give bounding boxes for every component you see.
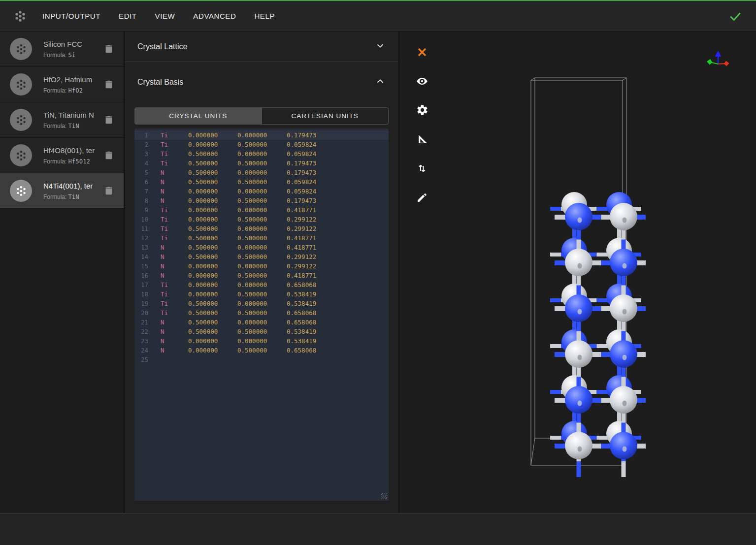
basis-row-empty[interactable]: 25 (134, 355, 389, 364)
visibility-eye-icon[interactable] (407, 66, 437, 96)
edit-pencil-icon[interactable] (407, 183, 437, 212)
line-number: 13 (134, 243, 148, 252)
basis-row[interactable]: 15 N 0.000000 0.000000 0.299122 (134, 261, 389, 271)
menu-item-edit[interactable]: EDIT (119, 12, 137, 20)
basis-row[interactable]: 6 N 0.500000 0.500000 0.059824 (134, 177, 389, 187)
coord-z: 0.538419 (287, 336, 336, 346)
basis-row[interactable]: 24 N 0.000000 0.500000 0.658068 (134, 346, 389, 355)
coord-y: 0.000000 (237, 149, 287, 159)
basis-row[interactable]: 8 N 0.000000 0.500000 0.179473 (134, 196, 389, 205)
basis-row[interactable]: 21 N 0.500000 0.000000 0.658068 (134, 318, 389, 327)
coord-z: 0.418771 (287, 271, 336, 280)
line-number: 24 (134, 346, 148, 355)
line-number: 22 (134, 327, 148, 336)
coord-x: 0.500000 (188, 318, 237, 327)
delete-material-button[interactable] (102, 77, 115, 92)
line-number: 7 (134, 187, 148, 196)
element-symbol: Ti (161, 159, 188, 168)
basis-coordinates-editor[interactable]: 1 Ti 0.000000 0.000000 0.1794732 Ti 0.00… (134, 128, 389, 501)
coord-x: 0.000000 (188, 280, 237, 289)
basis-row[interactable]: 22 N 0.500000 0.500000 0.538419 (134, 327, 389, 336)
element-symbol: Ti (161, 130, 188, 140)
basis-row[interactable]: 19 Ti 0.500000 0.000000 0.538419 (134, 299, 389, 308)
coord-x: 0.000000 (188, 336, 237, 346)
coord-z: 0.059824 (287, 149, 336, 159)
basis-row[interactable]: 3 Ti 0.500000 0.000000 0.059824 (134, 149, 389, 159)
line-number: 4 (134, 159, 148, 168)
close-icon[interactable] (407, 37, 437, 66)
element-symbol: N (161, 336, 188, 346)
material-item[interactable]: HfO2, Hafnium Formula: HfO2 (0, 67, 124, 102)
line-number: 20 (134, 308, 148, 318)
line-number: 23 (134, 336, 148, 346)
basis-row[interactable]: 9 Ti 0.000000 0.000000 0.418771 (134, 205, 389, 215)
element-symbol: Ti (161, 205, 188, 215)
line-number: 25 (134, 355, 148, 364)
delete-material-button[interactable] (102, 42, 115, 57)
material-formula: Formula: TiN (43, 193, 93, 200)
basis-row[interactable]: 10 Ti 0.000000 0.500000 0.299122 (134, 215, 389, 224)
material-item[interactable]: Silicon FCC Formula: Si (0, 32, 124, 67)
formula-value: Si (68, 52, 76, 59)
material-item[interactable]: TiN, Titanium N Formula: TiN (0, 102, 124, 138)
material-item[interactable]: Hf4O8(001), ter Formula: Hf5O12 (0, 138, 124, 173)
editor-resize-handle[interactable] (381, 493, 387, 499)
basis-row[interactable]: 13 N 0.500000 0.000000 0.418771 (134, 243, 389, 252)
measure-ruler-icon[interactable] (407, 125, 437, 154)
line-number: 1 (134, 130, 148, 140)
coord-x: 0.500000 (188, 224, 237, 233)
coord-z: 0.299122 (287, 261, 336, 271)
coord-y: 0.000000 (237, 299, 287, 308)
coord-y: 0.500000 (237, 346, 287, 355)
element-symbol: Ti (161, 140, 188, 149)
formula-value: TiN (68, 193, 79, 200)
coord-x: 0.500000 (188, 159, 237, 168)
structure-3d-viewer[interactable] (399, 32, 756, 513)
element-symbol: N (161, 346, 188, 355)
basis-row[interactable]: 5 N 0.500000 0.000000 0.179473 (134, 168, 389, 177)
menu-item-input-output[interactable]: INPUT/OUTPUT (42, 12, 100, 20)
top-menubar: INPUT/OUTPUTEDITVIEWADVANCEDHELP (0, 0, 756, 32)
basis-row[interactable]: 2 Ti 0.000000 0.500000 0.059824 (134, 140, 389, 149)
material-item[interactable]: N4Ti4(001), ter Formula: TiN (0, 173, 124, 209)
line-number: 11 (134, 224, 148, 233)
coord-y: 0.000000 (237, 205, 287, 215)
basis-row[interactable]: 23 N 0.000000 0.000000 0.538419 (134, 336, 389, 346)
element-symbol: Ti (161, 289, 188, 299)
crystal-basis-section-header[interactable]: Crystal Basis (125, 62, 398, 102)
basis-row[interactable]: 12 Ti 0.500000 0.500000 0.418771 (134, 233, 389, 243)
app-logo-icon[interactable] (10, 6, 31, 27)
basis-row[interactable]: 16 N 0.000000 0.500000 0.418771 (134, 271, 389, 280)
basis-row[interactable]: 20 Ti 0.500000 0.500000 0.658068 (134, 308, 389, 318)
line-number: 8 (134, 196, 148, 205)
crystal-lattice-section-header[interactable]: Crystal Lattice (125, 32, 398, 62)
menu-item-help[interactable]: HELP (254, 12, 275, 20)
basis-row[interactable]: 14 N 0.500000 0.500000 0.299122 (134, 252, 389, 261)
settings-gear-icon[interactable] (407, 96, 437, 125)
delete-material-button[interactable] (102, 184, 115, 198)
swap-vert-icon[interactable] (407, 154, 437, 183)
coord-y: 0.500000 (237, 252, 287, 261)
delete-material-button[interactable] (102, 148, 115, 163)
axes-gizmo[interactable] (705, 49, 731, 80)
basis-row[interactable]: 11 Ti 0.500000 0.000000 0.299122 (134, 224, 389, 233)
delete-material-button[interactable] (102, 113, 115, 128)
element-symbol: N (161, 327, 188, 336)
submit-check-button[interactable] (728, 10, 742, 24)
coord-y: 0.000000 (237, 336, 287, 346)
element-symbol: Ti (161, 280, 188, 289)
basis-row[interactable]: 7 N 0.000000 0.000000 0.059824 (134, 187, 389, 196)
menu-item-advanced[interactable]: ADVANCED (193, 12, 236, 20)
basis-row[interactable]: 17 Ti 0.000000 0.000000 0.658068 (134, 280, 389, 289)
basis-row[interactable]: 18 Ti 0.000000 0.500000 0.538419 (134, 289, 389, 299)
basis-row[interactable]: 1 Ti 0.000000 0.000000 0.179473 (134, 130, 389, 140)
menu-item-view[interactable]: VIEW (155, 12, 175, 20)
crystal-structure-render (399, 32, 755, 513)
chevron-up-icon (375, 76, 386, 89)
x-axis-arrow (724, 61, 729, 66)
coord-z: 0.418771 (287, 233, 336, 243)
basis-row[interactable]: 4 Ti 0.500000 0.500000 0.179473 (134, 159, 389, 168)
tab-cartesian-units[interactable]: CARTESIAN UNITS (262, 107, 389, 125)
y-axis-arrow (707, 59, 713, 65)
tab-crystal-units[interactable]: CRYSTAL UNITS (134, 107, 262, 125)
